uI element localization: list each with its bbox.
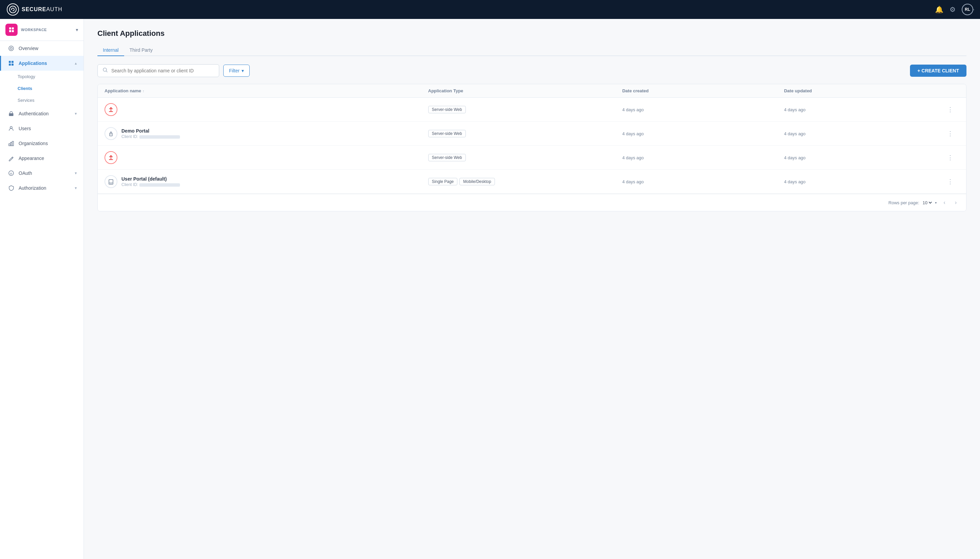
tab-third-party[interactable]: Third Party	[124, 45, 158, 56]
sidebar-item-appearance[interactable]: Appearance	[0, 151, 84, 166]
date-created: 4 days ago	[622, 131, 784, 136]
svg-point-6	[9, 46, 13, 51]
app-info: Demo Portal Client ID:	[121, 128, 180, 139]
table-row: Demo Portal Client ID: Server-side Web 4…	[98, 122, 966, 146]
app-type-badge: Server-side Web	[428, 130, 466, 137]
svg-text:O: O	[10, 172, 12, 175]
col-app-type: Application Type	[428, 88, 622, 93]
tabs: Internal Third Party	[98, 45, 967, 56]
topnav: SECUREAUTH 🔔 ⚙ RL ·	[0, 0, 980, 19]
settings-icon[interactable]: ⚙	[950, 5, 956, 13]
sidebar-item-label: Appearance	[18, 155, 77, 161]
more-options-button[interactable]: ⋮	[946, 105, 955, 114]
brand: SECUREAUTH	[7, 3, 62, 16]
date-created: 4 days ago	[622, 155, 784, 160]
toolbar: Filter ▾ + CREATE CLIENT	[98, 64, 967, 77]
authentication-icon	[8, 110, 15, 117]
col-app-name[interactable]: Application name ↑	[104, 88, 428, 93]
rows-per-page-select[interactable]: 10 25 50	[921, 200, 933, 206]
sidebar-subitem-services[interactable]: Services	[0, 94, 84, 106]
table-row: Server-side Web 4 days ago 4 days ago ⋮	[98, 146, 966, 170]
date-updated: 4 days ago	[784, 107, 946, 112]
sidebar-subitem-topology[interactable]: Topology	[0, 71, 84, 83]
more-options-button[interactable]: ⋮	[946, 177, 955, 186]
sidebar-item-label: Organizations	[18, 141, 77, 146]
filter-button[interactable]: Filter ▾	[223, 64, 250, 77]
rows-per-page-label: Rows per page:	[888, 200, 919, 205]
sidebar-item-label: Overview	[18, 46, 77, 51]
workspace-label: WORKSPACE	[21, 28, 76, 32]
table-header: Application name ↑ Application Type Date…	[98, 84, 966, 98]
app-type-badge: Single Page	[428, 178, 458, 185]
svg-rect-4	[9, 30, 11, 32]
notifications-icon[interactable]: 🔔	[935, 5, 944, 13]
svg-point-0	[10, 6, 16, 13]
brand-logo	[7, 3, 19, 16]
sidebar-item-authorization[interactable]: Authorization ▾	[0, 180, 84, 195]
sidebar-subitem-clients[interactable]: Clients	[0, 83, 84, 94]
oauth-chevron-icon: ▾	[75, 171, 77, 175]
sidebar-item-users[interactable]: Users	[0, 121, 84, 136]
app-client-id: Client ID:	[121, 182, 180, 187]
main-content: Client Applications Internal Third Party…	[84, 19, 980, 559]
tab-internal[interactable]: Internal	[98, 45, 124, 56]
sidebar-item-authentication[interactable]: Authentication ▾	[0, 106, 84, 121]
more-options-button[interactable]: ⋮	[946, 153, 955, 162]
create-client-button[interactable]: + CREATE CLIENT	[910, 64, 967, 77]
svg-point-20	[111, 134, 111, 135]
search-box	[98, 64, 219, 77]
table-row: Server-side Web 4 days ago 4 days ago ⋮	[98, 98, 966, 122]
more-options-button[interactable]: ⋮	[946, 129, 955, 138]
app-icon	[104, 151, 118, 164]
search-icon	[103, 67, 108, 74]
topnav-actions: 🔔 ⚙ RL	[935, 4, 973, 15]
app-icon	[104, 103, 118, 116]
rows-per-page: Rows per page: 10 25 50 ▾	[888, 200, 937, 206]
date-created: 4 days ago	[622, 179, 784, 184]
sidebar-item-label: Applications	[18, 61, 75, 66]
svg-rect-13	[9, 144, 10, 146]
overview-icon	[8, 45, 15, 52]
client-applications-table: Application name ↑ Application Type Date…	[98, 84, 967, 212]
date-updated: 4 days ago	[784, 179, 946, 184]
svg-point-23	[111, 184, 111, 184]
app-cell	[104, 103, 428, 116]
sidebar-item-label: Authentication	[18, 111, 75, 116]
brand-name: SECUREAUTH	[22, 7, 62, 13]
prev-page-button[interactable]: ‹	[941, 198, 948, 207]
user-avatar[interactable]: RL	[962, 4, 973, 15]
svg-rect-8	[9, 61, 11, 63]
table-row: User Portal (default) Client ID: Single …	[98, 170, 966, 194]
app-icon	[104, 175, 118, 188]
col-date-updated: Date updated	[784, 88, 946, 93]
sidebar-item-label: Users	[18, 126, 77, 131]
pagination-row: Rows per page: 10 25 50 ▾ ‹ ›	[98, 194, 966, 211]
svg-rect-3	[12, 27, 14, 30]
sidebar-item-applications[interactable]: Applications ▴	[0, 56, 84, 71]
app-name: Demo Portal	[121, 128, 180, 134]
app-cell	[104, 151, 428, 164]
workspace-icon	[5, 24, 18, 36]
app-name: User Portal (default)	[121, 176, 180, 182]
sidebar-item-oauth[interactable]: O OAuth ▾	[0, 166, 84, 180]
svg-rect-9	[12, 61, 13, 63]
sidebar-item-organizations[interactable]: Organizations	[0, 136, 84, 151]
authorization-chevron-icon: ▾	[75, 186, 77, 190]
app-cell: Demo Portal Client ID:	[104, 127, 428, 140]
organizations-icon	[8, 140, 15, 147]
sidebar: WORKSPACE ▾ Overview Applications ▴ Topo…	[0, 19, 84, 559]
row-actions: ⋮	[946, 153, 959, 162]
workspace-row[interactable]: WORKSPACE ▾	[0, 19, 84, 41]
date-updated: 4 days ago	[784, 131, 946, 136]
appearance-icon	[8, 155, 15, 162]
svg-point-12	[10, 126, 12, 129]
app-type-badge: Server-side Web	[428, 154, 466, 161]
sidebar-item-label: Authorization	[18, 185, 75, 191]
search-input[interactable]	[111, 68, 214, 73]
col-actions	[946, 88, 959, 93]
svg-point-7	[10, 47, 12, 50]
next-page-button[interactable]: ›	[952, 198, 959, 207]
sidebar-item-overview[interactable]: Overview	[0, 41, 84, 56]
topnav-dot: ·	[973, 6, 975, 13]
app-icon	[104, 127, 118, 140]
